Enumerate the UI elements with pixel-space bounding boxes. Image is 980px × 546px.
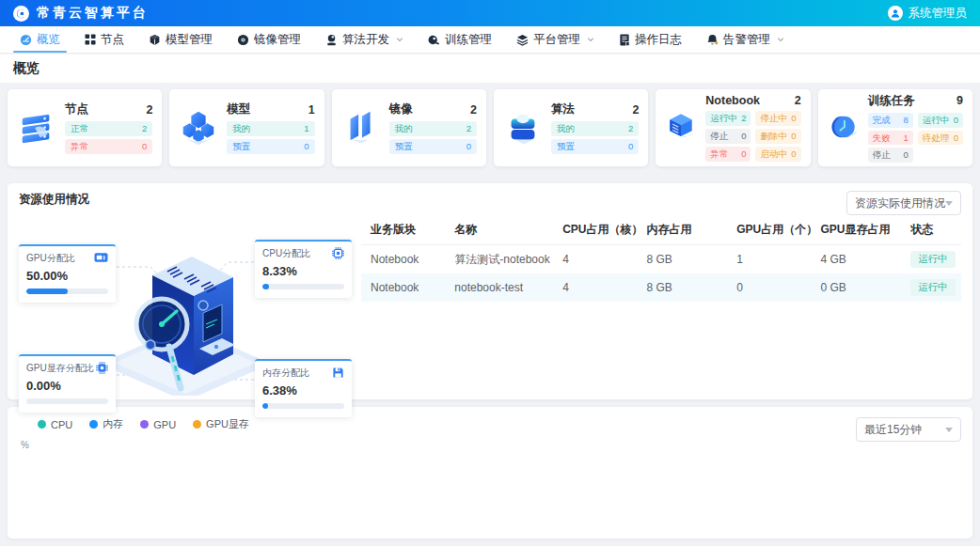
memory-disk-icon bbox=[332, 367, 344, 379]
legend-dot bbox=[193, 420, 201, 429]
image-panels-icon bbox=[340, 106, 383, 149]
legend-dot bbox=[140, 420, 149, 429]
nav-item-algorithm-dev[interactable]: 算法开发 bbox=[313, 26, 416, 53]
col-header: 名称 bbox=[445, 215, 553, 245]
chart-plot-area bbox=[19, 450, 961, 525]
cpu-chip-icon bbox=[332, 247, 344, 259]
log-document-icon bbox=[619, 34, 630, 46]
status-badge: 预置0 bbox=[227, 139, 314, 154]
app-logo-icon bbox=[13, 6, 29, 22]
status-badge: 停止0 bbox=[868, 148, 913, 163]
status-badge: 完成8 bbox=[868, 113, 913, 128]
legend-dot bbox=[89, 420, 98, 429]
stat-card-title: 镜像 bbox=[389, 101, 413, 117]
stat-card-algorithms: 算法2 我的2 预置0 bbox=[494, 89, 648, 166]
stat-card-title: 训练任务 bbox=[868, 93, 915, 109]
gauge-gpu-memory-allocation: GPU显存分配比 0.00% bbox=[19, 354, 116, 413]
nav-item-platform-management[interactable]: 平台管理 bbox=[504, 26, 607, 53]
chart-legend: CPU 内存 GPU GPU显存 bbox=[19, 417, 961, 431]
stat-card-training-tasks: 训练任务9 完成8 运行中0 失败1 待处理0 停止0 bbox=[818, 89, 972, 166]
status-badge: 运行中0 bbox=[918, 113, 963, 128]
page-title: 概览 bbox=[13, 60, 40, 77]
stat-card-images: 镜像2 我的2 预置0 bbox=[332, 89, 486, 166]
gpu-card-icon bbox=[94, 252, 108, 263]
status-badge: 异常0 bbox=[705, 147, 751, 162]
legend-item-cpu[interactable]: CPU bbox=[38, 419, 72, 430]
gpu-memory-chip-icon bbox=[96, 362, 108, 374]
legend-item-gpu[interactable]: GPU bbox=[140, 419, 176, 430]
server-stack-icon bbox=[15, 106, 58, 149]
resource-usage-panel: 资源使用情况 资源实际使用情况 bbox=[8, 183, 972, 399]
model-cube-icon bbox=[149, 34, 161, 46]
col-header: CPU占用（核） bbox=[553, 215, 637, 245]
stat-card-count: 1 bbox=[308, 103, 315, 117]
table-row: Notebook 算法测试-notebook 4 8 GB 1 4 GB 运行中 bbox=[361, 245, 961, 274]
nav-item-model-management[interactable]: 模型管理 bbox=[136, 26, 225, 53]
status-badge: 预置0 bbox=[389, 139, 477, 154]
app-title: 常青云智算平台 bbox=[37, 5, 149, 22]
chevron-down-icon bbox=[777, 36, 784, 43]
stat-card-nodes: 节点2 正常2 异常0 bbox=[8, 89, 162, 166]
chevron-down-icon bbox=[587, 36, 594, 43]
status-badge: 删除中0 bbox=[755, 129, 800, 144]
resource-usage-title: 资源使用情况 bbox=[19, 192, 961, 208]
main-nav: 概览 节点 模型管理 镜像管理 算法开发 训练管理 平台管理 操作日志 告警管理 bbox=[0, 26, 980, 54]
user-name: 系统管理员 bbox=[909, 6, 968, 22]
gauge-gpu-allocation: GPU分配比 50.00% bbox=[19, 244, 116, 303]
page-title-bar: 概览 bbox=[0, 54, 980, 83]
stat-card-count: 2 bbox=[146, 103, 152, 117]
stat-card-title: Notebook bbox=[705, 94, 760, 107]
nav-item-image-management[interactable]: 镜像管理 bbox=[225, 26, 313, 53]
status-badge: 运行中2 bbox=[705, 111, 751, 126]
chevron-down-icon bbox=[396, 36, 403, 43]
status-badge: 我的2 bbox=[551, 121, 639, 136]
stat-cards-row: 节点2 正常2 异常0 模型1 我的1 预置0 bbox=[8, 89, 972, 166]
nav-item-operation-logs[interactable]: 操作日志 bbox=[607, 26, 694, 53]
stat-card-models: 模型1 我的1 预置0 bbox=[169, 89, 324, 166]
status-badge: 停止0 bbox=[705, 129, 751, 144]
legend-item-gpu-memory[interactable]: GPU显存 bbox=[193, 417, 249, 431]
gpu-memory-allocation-bar bbox=[26, 398, 108, 404]
user-avatar-icon bbox=[888, 6, 903, 21]
algorithm-icon bbox=[325, 34, 338, 46]
col-header: GPU占用（个） bbox=[727, 215, 811, 245]
gauge-memory-allocation: 内存分配比 6.38% bbox=[255, 359, 352, 417]
nav-item-training-management[interactable]: 训练管理 bbox=[416, 26, 504, 53]
status-badge: 我的2 bbox=[389, 121, 477, 136]
legend-item-memory[interactable]: 内存 bbox=[89, 417, 123, 431]
gauge-cpu-allocation: CPU分配比 8.33% bbox=[255, 240, 352, 298]
col-header: 状态 bbox=[901, 215, 961, 245]
status-badge: 失败1 bbox=[868, 131, 913, 146]
monitor-chart-panel: CPU 内存 GPU GPU显存 最近15分钟 % bbox=[8, 407, 972, 538]
resource-mode-select[interactable]: 资源实际使用情况 bbox=[846, 191, 961, 215]
clock-icon bbox=[826, 106, 861, 149]
stat-card-title: 节点 bbox=[65, 101, 88, 117]
stat-card-notebook: Notebook2 运行中2 停止中0 停止0 删除中0 异常0 启动中0 bbox=[656, 89, 810, 166]
nav-item-overview[interactable]: 概览 bbox=[8, 26, 72, 53]
memory-allocation-bar bbox=[262, 403, 344, 409]
nav-item-alarm-management[interactable]: 告警管理 bbox=[694, 26, 797, 53]
status-badge: 启动中0 bbox=[755, 147, 800, 162]
training-icon bbox=[428, 34, 440, 46]
table-row: Notebook notebook-test 4 8 GB 0 0 GB 运行中 bbox=[361, 273, 961, 302]
col-header: 内存占用 bbox=[637, 215, 727, 245]
image-disc-icon bbox=[237, 34, 249, 46]
cpu-allocation-bar bbox=[262, 284, 344, 289]
y-axis-unit-label: % bbox=[21, 440, 961, 450]
legend-dot bbox=[38, 420, 46, 429]
status-badge: 我的1 bbox=[227, 121, 314, 136]
time-range-select[interactable]: 最近15分钟 bbox=[856, 417, 961, 442]
user-menu[interactable]: 系统管理员 bbox=[888, 6, 968, 22]
overview-dashboard-icon bbox=[20, 34, 32, 46]
app-header: 常青云智算平台 系统管理员 bbox=[0, 0, 980, 26]
resource-gauges-area: GPU分配比 50.00% CPU分配比 8.33% bbox=[19, 215, 352, 396]
nav-item-nodes[interactable]: 节点 bbox=[72, 26, 136, 53]
caret-down-icon bbox=[945, 428, 953, 432]
col-header: 业务版块 bbox=[361, 215, 445, 245]
status-badge: 运行中 bbox=[910, 279, 956, 296]
platform-layers-icon bbox=[516, 34, 529, 46]
col-header: GPU显存占用 bbox=[811, 215, 901, 245]
status-badge: 异常0 bbox=[65, 139, 152, 154]
status-badge: 运行中 bbox=[910, 251, 956, 268]
gpu-allocation-bar bbox=[26, 289, 108, 294]
